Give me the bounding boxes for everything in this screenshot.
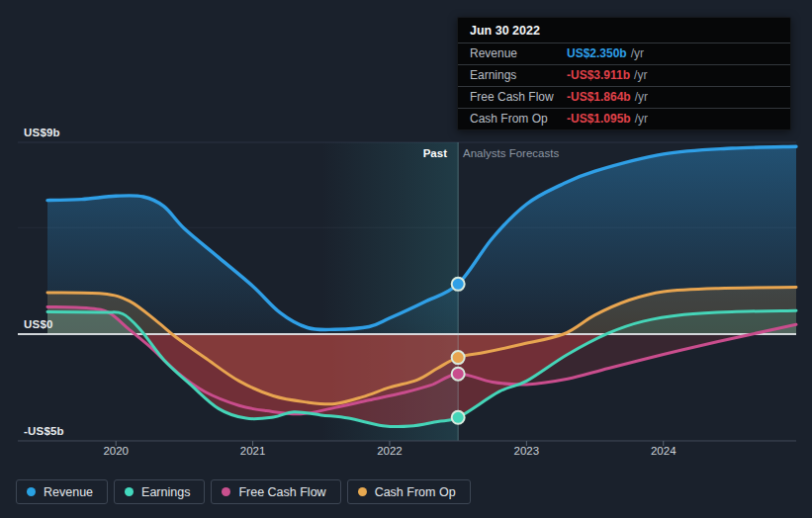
tooltip-row-label: Earnings xyxy=(470,68,567,82)
tooltip-row-value: -US$3.911b xyxy=(567,68,630,82)
tooltip-row: Cash From Op-US$1.095b/yr xyxy=(458,108,790,130)
forecast-zone-label: Analysts Forecasts xyxy=(463,147,559,159)
legend-label: Free Cash Flow xyxy=(238,485,325,499)
x-axis-label: 2021 xyxy=(240,445,266,457)
earnings-marker[interactable] xyxy=(452,411,465,424)
free-cash-flow-marker[interactable] xyxy=(452,368,465,381)
tooltip-row-value: US$2.350b xyxy=(567,46,627,60)
legend-item-revenue[interactable]: Revenue xyxy=(16,479,108,504)
tooltip-rows: RevenueUS$2.350b/yrEarnings-US$3.911b/yr… xyxy=(458,43,790,130)
legend: RevenueEarningsFree Cash FlowCash From O… xyxy=(16,479,471,504)
tooltip-row-unit: /yr xyxy=(635,112,648,126)
tooltip-row-value: -US$1.095b xyxy=(567,112,631,126)
tooltip-row-value: -US$1.864b xyxy=(567,90,631,104)
earnings-revenue-growth-chart: US$9bUS$0-US$5b 20202021202220232024 Pas… xyxy=(0,0,812,518)
tooltip-date: Jun 30 2022 xyxy=(458,18,790,43)
x-axis-label: 2023 xyxy=(514,445,540,457)
y-axis-label: US$9b xyxy=(24,127,60,138)
revenue-marker[interactable] xyxy=(452,278,465,291)
tooltip-row: Earnings-US$3.911b/yr xyxy=(458,64,790,86)
tooltip-row: RevenueUS$2.350b/yr xyxy=(458,43,790,64)
tooltip-row-label: Free Cash Flow xyxy=(470,90,567,104)
past-zone-label: Past xyxy=(423,147,447,159)
tooltip-row: Free Cash Flow-US$1.864b/yr xyxy=(458,86,790,108)
legend-color-dot xyxy=(125,487,134,496)
tooltip-row-label: Cash From Op xyxy=(470,112,567,126)
legend-color-dot xyxy=(358,487,367,496)
legend-color-dot xyxy=(27,487,36,496)
x-axis-label: 2020 xyxy=(103,445,129,457)
y-axis-label: US$0 xyxy=(24,318,53,330)
tooltip-row-unit: /yr xyxy=(634,68,647,82)
x-axis-label: 2022 xyxy=(377,445,403,457)
legend-color-dot xyxy=(222,487,230,496)
tooltip-row-unit: /yr xyxy=(635,90,648,104)
x-axis-label: 2024 xyxy=(651,445,677,457)
cash-from-op-marker[interactable] xyxy=(452,351,465,364)
y-axis-label: -US$5b xyxy=(24,425,64,437)
legend-label: Cash From Op xyxy=(375,485,456,499)
tooltip: Jun 30 2022 RevenueUS$2.350b/yrEarnings-… xyxy=(457,17,791,130)
legend-item-free-cash-flow[interactable]: Free Cash Flow xyxy=(211,479,340,504)
legend-item-cash-from-op[interactable]: Cash From Op xyxy=(347,479,471,504)
legend-label: Revenue xyxy=(44,485,93,499)
tooltip-row-label: Revenue xyxy=(470,46,567,60)
legend-item-earnings[interactable]: Earnings xyxy=(114,479,205,504)
legend-label: Earnings xyxy=(141,485,190,499)
tooltip-row-unit: /yr xyxy=(631,46,644,60)
